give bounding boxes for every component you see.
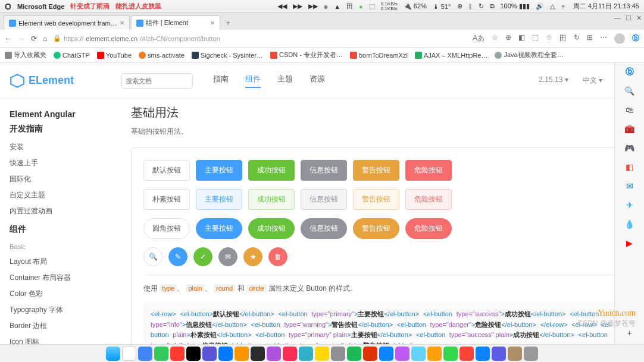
bing-icon[interactable]: ⓑ (624, 67, 635, 77)
close-icon[interactable]: ✕ (210, 20, 215, 26)
ext-icon[interactable]: ◧ (518, 33, 525, 44)
dock-app[interactable] (283, 347, 297, 361)
dock-app[interactable] (363, 347, 377, 361)
success-button[interactable]: 成功按钮 (248, 160, 295, 181)
home-button[interactable]: ⌂ (43, 34, 47, 43)
nav-component[interactable]: 组件 (245, 74, 261, 88)
default-button[interactable]: 默认按钮 (143, 160, 190, 181)
bm-csdn[interactable]: CSDN - 专业开发者… (270, 51, 343, 59)
search-icon-button[interactable]: 🔍 (143, 247, 162, 266)
sidebar-item[interactable]: 自定义主题 (10, 187, 110, 203)
round-primary-button[interactable]: 主要按钮 (196, 218, 242, 239)
dock-app[interactable] (524, 347, 538, 361)
dock-app[interactable] (170, 347, 185, 361)
close-button[interactable]: ✕ (636, 14, 642, 22)
check-icon-button[interactable]: ✓ (193, 247, 212, 266)
dock-app[interactable] (122, 347, 136, 361)
dock-app[interactable] (459, 347, 474, 361)
media-next-icon[interactable]: ▶▶ (308, 2, 318, 10)
dock-app[interactable] (154, 347, 168, 361)
new-tab-button[interactable]: + (221, 17, 235, 30)
sidebar-item[interactable]: Color 色彩 (10, 286, 110, 302)
round-success-button[interactable]: 成功按钮 (248, 218, 295, 239)
shopping-icon[interactable]: 🛍 (624, 105, 635, 115)
version-select[interactable]: 2.15.13 ▾ (539, 75, 568, 86)
nav-theme[interactable]: 主题 (277, 74, 293, 88)
bm-youtube[interactable]: YouTube (97, 52, 132, 59)
dock-app[interactable] (508, 347, 522, 361)
dock-app[interactable] (186, 347, 201, 361)
sidebar-item[interactable]: Container 布局容器 (10, 270, 110, 286)
dock-app[interactable] (202, 347, 217, 361)
dock-app[interactable] (427, 347, 442, 361)
ext-icon[interactable]: ⊕ (505, 33, 511, 44)
element-logo[interactable]: ELement (10, 73, 74, 89)
office-icon[interactable]: ◧ (624, 162, 635, 172)
mail-icon-button[interactable]: ✉ (218, 247, 237, 266)
plain-button[interactable]: 朴素按钮 (143, 189, 190, 210)
bm-born[interactable]: bornToDreamXzl (350, 52, 408, 59)
dock-app[interactable] (347, 347, 361, 361)
plain-info-button[interactable]: 信息按钮 (301, 189, 347, 210)
plain-primary-button[interactable]: 主要按钮 (196, 189, 242, 210)
round-info-button[interactable]: 信息按钮 (301, 218, 347, 239)
round-button[interactable]: 圆角按钮 (143, 218, 190, 239)
nav-resource[interactable]: 资源 (310, 74, 325, 88)
translate-icon[interactable]: Aあ (473, 33, 484, 44)
dock-app[interactable] (331, 347, 345, 361)
dock-app[interactable] (106, 347, 120, 361)
maximize-button[interactable]: ☐ (626, 14, 632, 22)
read-aloud-icon[interactable]: ☆ (492, 33, 498, 44)
telegram-icon[interactable]: ✈ (624, 200, 635, 210)
dock-app[interactable] (251, 347, 265, 361)
dock-app[interactable] (443, 347, 458, 361)
ext-icon[interactable]: 田 (559, 33, 567, 44)
favorites-icon[interactable]: ☆ (546, 33, 552, 44)
ext-icon[interactable]: ↻ (574, 33, 580, 44)
round-danger-button[interactable]: 危险按钮 (405, 218, 452, 239)
copilot-icon[interactable]: ⓑ (632, 33, 639, 44)
sidebar-item[interactable]: Border 边框 (10, 318, 110, 334)
sidebar-item[interactable]: Typography 字体 (10, 302, 110, 318)
dock-app[interactable] (315, 347, 329, 361)
minimize-button[interactable]: — (614, 14, 621, 22)
primary-button[interactable]: 主要按钮 (196, 160, 242, 181)
code-block[interactable]: <el-row> <el-button>默认按钮</el-button> <el… (143, 302, 620, 344)
dock-app[interactable] (267, 347, 281, 361)
youtube-icon[interactable]: ▶ (624, 238, 635, 248)
sidebar-item[interactable]: 国际化 (10, 171, 110, 187)
dock-app[interactable] (138, 347, 152, 361)
plain-warning-button[interactable]: 警告按钮 (353, 189, 399, 210)
profile-icon[interactable] (614, 33, 625, 44)
sidebar-item[interactable]: Icon 图标 (10, 334, 110, 344)
games-icon[interactable]: 🎮 (624, 143, 635, 153)
dock-app[interactable] (411, 347, 426, 361)
media-prev-icon[interactable]: ◀◀ (277, 2, 287, 10)
bm-sms[interactable]: sms-activate (139, 52, 185, 59)
bm-ajax[interactable]: AJAX – XMLHttpRe… (415, 52, 488, 59)
sidebar-item[interactable]: 内置过渡动画 (10, 203, 110, 219)
sidebar-item[interactable]: Layout 布局 (10, 254, 110, 270)
info-button[interactable]: 信息按钮 (301, 160, 347, 181)
outlook-icon[interactable]: ✉ (624, 181, 635, 191)
add-icon[interactable]: + (624, 328, 635, 338)
back-button[interactable]: ← (5, 34, 12, 43)
menu-icon[interactable]: ⋯ (600, 33, 607, 44)
sidebar-item[interactable]: 快速上手 (10, 155, 110, 171)
collections-icon[interactable]: ⊞ (587, 33, 593, 44)
warning-button[interactable]: 警告按钮 (353, 160, 399, 181)
delete-icon-button[interactable]: 🗑 (268, 247, 287, 266)
media-play-icon[interactable]: ▶▶ (293, 2, 302, 10)
dock-app[interactable] (218, 347, 233, 361)
edit-icon-button[interactable]: ✎ (168, 247, 187, 266)
tab-0[interactable]: Element web development fram… ✕ (4, 15, 130, 30)
lang-select[interactable]: 中文 ▾ (583, 75, 602, 86)
drops-icon[interactable]: 💧 (624, 219, 635, 229)
bm-import[interactable]: 导入收藏夹 (5, 51, 46, 59)
search-icon[interactable]: 🔍 (624, 86, 635, 96)
search-input[interactable] (121, 73, 193, 89)
tab-1[interactable]: 组件 | Element ✕ (131, 15, 220, 30)
tools-icon[interactable]: 🧰 (624, 124, 635, 134)
bm-java[interactable]: Java视频教程全套… (495, 51, 563, 59)
dock-app[interactable] (299, 347, 313, 361)
